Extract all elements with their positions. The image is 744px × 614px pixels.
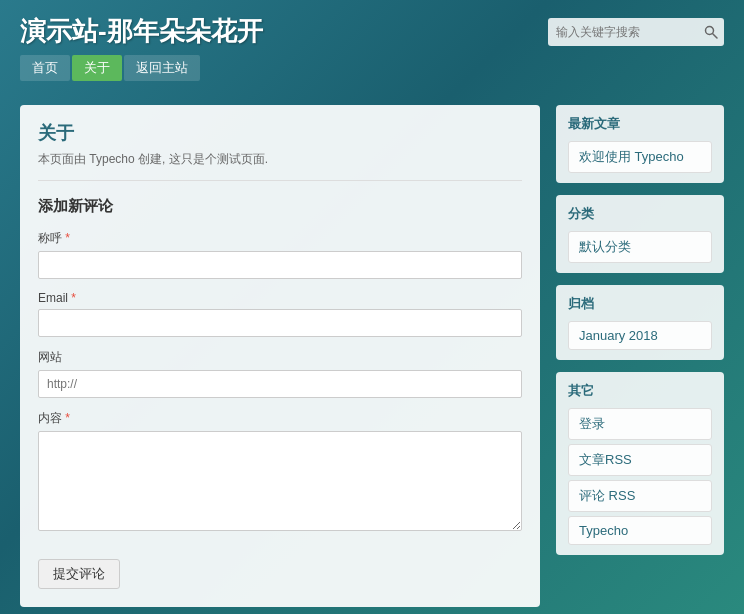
header: 演示站-那年朵朵花开 xyxy=(0,0,744,49)
search-input[interactable] xyxy=(548,25,698,39)
form-group-website: 网站 xyxy=(38,349,522,398)
navigation: 首页 关于 返回主站 xyxy=(0,49,744,81)
main-panel: 关于 本页面由 Typecho 创建, 这只是个测试页面. 添加新评论 称呼 *… xyxy=(20,105,540,607)
search-button[interactable] xyxy=(698,25,724,39)
sidebar-section-recent: 最新文章 欢迎使用 Typecho xyxy=(556,105,724,183)
form-group-email: Email * xyxy=(38,291,522,337)
website-label: 网站 xyxy=(38,349,522,366)
sidebar: 最新文章 欢迎使用 Typecho 分类 默认分类 归档 January 201… xyxy=(556,105,724,607)
site-title: 演示站-那年朵朵花开 xyxy=(20,14,263,49)
sidebar-section-other: 其它 登录 文章RSS 评论 RSS Typecho xyxy=(556,372,724,555)
name-input[interactable] xyxy=(38,251,522,279)
sidebar-section-archive: 归档 January 2018 xyxy=(556,285,724,360)
search-bar xyxy=(548,18,724,46)
email-required-mark: * xyxy=(71,291,76,305)
website-input[interactable] xyxy=(38,370,522,398)
sidebar-item-articles-rss[interactable]: 文章RSS xyxy=(568,444,712,476)
page-description: 本页面由 Typecho 创建, 这只是个测试页面. xyxy=(38,151,522,181)
search-icon xyxy=(704,25,718,39)
sidebar-item-login[interactable]: 登录 xyxy=(568,408,712,440)
nav-item-back[interactable]: 返回主站 xyxy=(124,55,200,81)
nav-item-about[interactable]: 关于 xyxy=(72,55,122,81)
sidebar-item-comments-rss[interactable]: 评论 RSS xyxy=(568,480,712,512)
email-label: Email * xyxy=(38,291,522,305)
sidebar-item-january-2018[interactable]: January 2018 xyxy=(568,321,712,350)
sidebar-section-categories: 分类 默认分类 xyxy=(556,195,724,273)
form-group-content: 内容 * xyxy=(38,410,522,535)
name-required-mark: * xyxy=(65,231,70,245)
sidebar-section-other-title: 其它 xyxy=(568,382,712,400)
sidebar-section-recent-title: 最新文章 xyxy=(568,115,712,133)
content-label: 内容 * xyxy=(38,410,522,427)
sidebar-item-typecho-welcome[interactable]: 欢迎使用 Typecho xyxy=(568,141,712,173)
email-input[interactable] xyxy=(38,309,522,337)
content-required-mark: * xyxy=(65,411,70,425)
content-textarea[interactable] xyxy=(38,431,522,531)
page-title: 关于 xyxy=(38,121,522,145)
svg-line-1 xyxy=(713,33,718,38)
nav-item-home[interactable]: 首页 xyxy=(20,55,70,81)
sidebar-item-typecho[interactable]: Typecho xyxy=(568,516,712,545)
sidebar-item-default-category[interactable]: 默认分类 xyxy=(568,231,712,263)
name-label: 称呼 * xyxy=(38,230,522,247)
content-wrapper: 关于 本页面由 Typecho 创建, 这只是个测试页面. 添加新评论 称呼 *… xyxy=(0,89,744,614)
comment-section-title: 添加新评论 xyxy=(38,197,522,216)
sidebar-section-archive-title: 归档 xyxy=(568,295,712,313)
submit-button[interactable]: 提交评论 xyxy=(38,559,120,589)
form-group-name: 称呼 * xyxy=(38,230,522,279)
sidebar-section-categories-title: 分类 xyxy=(568,205,712,223)
